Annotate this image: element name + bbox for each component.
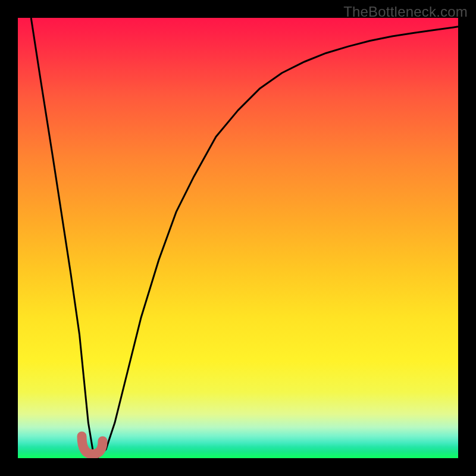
- bottleneck-curve: [31, 18, 458, 458]
- plot-area: [18, 18, 458, 458]
- watermark-text: TheBottleneck.com: [343, 4, 468, 20]
- curve-layer: [18, 18, 458, 458]
- chart-frame: TheBottleneck.com: [0, 0, 476, 476]
